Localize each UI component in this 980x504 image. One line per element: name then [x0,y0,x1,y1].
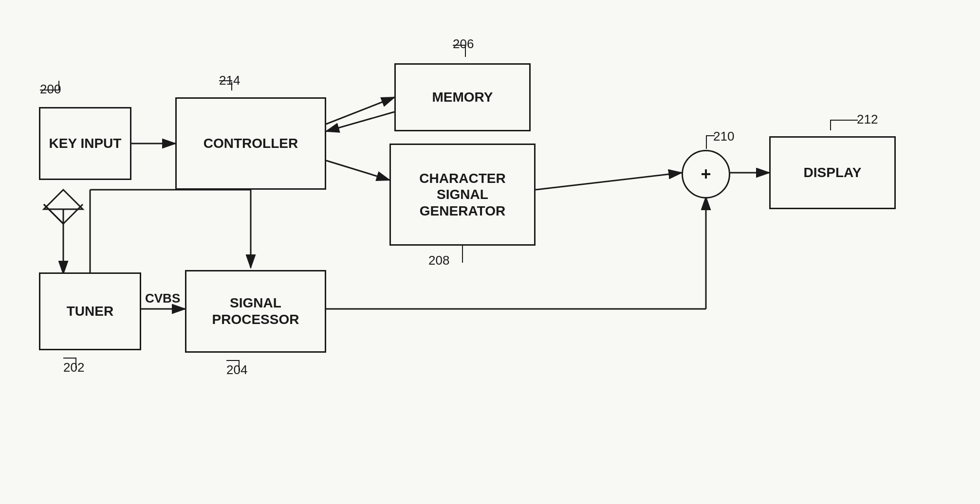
memory-label: MEMORY [432,89,493,106]
ref-212: 212 [857,112,878,127]
summer-block: + [682,150,730,198]
ref-208: 208 [428,253,449,268]
svg-line-14 [536,173,682,190]
svg-line-13 [326,161,389,180]
diagram-container: KEY INPUT 200 CONTROLLER 214 MEMORY 206 … [0,0,980,504]
signal-processor-block: SIGNALPROCESSOR [185,270,326,353]
key-input-block: KEY INPUT [39,107,131,180]
controller-label: CONTROLLER [203,135,298,152]
ref-206: 206 [453,36,474,52]
char-sig-gen-block: CHARACTERSIGNALGENERATOR [389,144,536,246]
tuner-label: TUNER [67,303,113,320]
ref-210: 210 [713,129,734,144]
display-label: DISPLAY [804,164,862,181]
ref-202: 202 [63,360,84,375]
ref-204: 204 [226,362,247,378]
char-sig-gen-label: CHARACTERSIGNALGENERATOR [419,170,505,219]
tuner-block: TUNER [39,272,141,350]
memory-block: MEMORY [394,63,531,131]
svg-line-12 [326,112,394,131]
controller-block: CONTROLLER [175,97,326,190]
cvbs-label: CVBS [145,291,180,306]
summer-label: + [701,164,711,184]
svg-marker-8 [44,190,83,209]
key-input-label: KEY INPUT [49,135,122,152]
display-block: DISPLAY [769,136,896,209]
svg-line-11 [326,97,394,124]
signal-processor-label: SIGNALPROCESSOR [212,295,299,327]
